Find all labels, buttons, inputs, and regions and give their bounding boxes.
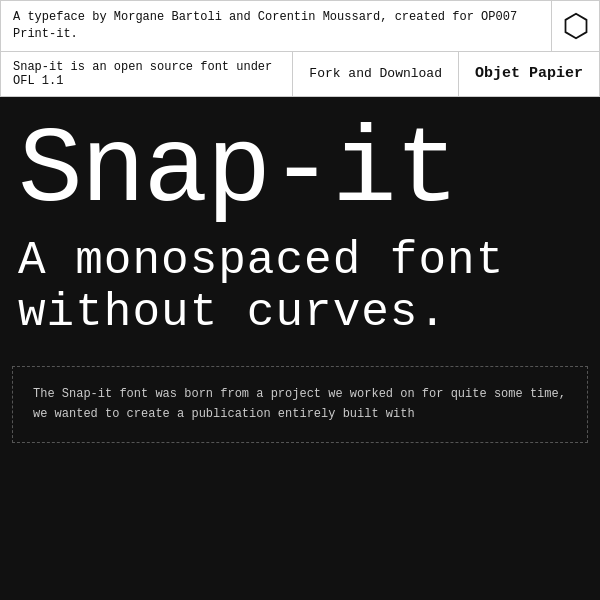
fork-download-button[interactable]: Fork and Download	[293, 52, 459, 96]
header-description: A typeface by Morgane Bartoli and Corent…	[1, 1, 551, 51]
description-card: The Snap-it font was born from a project…	[12, 366, 588, 442]
hero-section: Snap-it A monospaced font without curves…	[0, 97, 600, 351]
header-bar: A typeface by Morgane Bartoli and Corent…	[0, 0, 600, 52]
description-text: The Snap-it font was born from a project…	[33, 385, 567, 423]
hexagon-icon	[562, 12, 590, 40]
hero-title: Snap-it	[18, 117, 582, 225]
svg-marker-0	[565, 14, 586, 39]
brand-button[interactable]: Objet Papier	[459, 52, 599, 96]
hero-subtitle: A monospaced font without curves.	[18, 235, 582, 341]
license-text: Snap-it is an open source font under OFL…	[1, 52, 293, 96]
hero-subtitle-line2: without curves.	[18, 287, 447, 339]
hero-subtitle-line1: A monospaced font	[18, 235, 504, 287]
nav-bar: Snap-it is an open source font under OFL…	[0, 52, 600, 97]
header-icon-area	[551, 1, 599, 51]
